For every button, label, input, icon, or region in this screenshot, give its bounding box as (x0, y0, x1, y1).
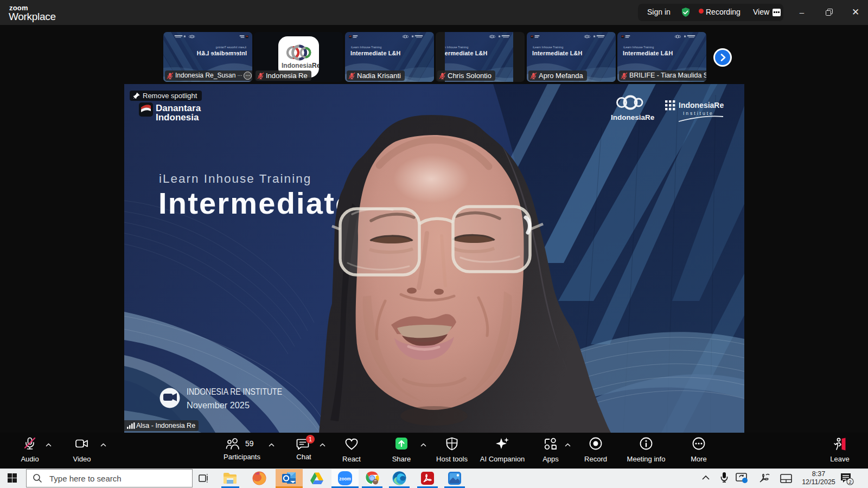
svg-text:2: 2 (848, 479, 851, 485)
svg-text:zoom: zoom (339, 477, 350, 481)
svg-text:iLearn Inhouse Training: iLearn Inhouse Training (159, 172, 311, 185)
svg-text:November 2025: November 2025 (187, 400, 250, 410)
svg-text:Indonesia: Indonesia (156, 112, 199, 123)
svg-text:INDONESIA RE INSTITUTE: INDONESIA RE INSTITUTE (187, 387, 282, 397)
svg-text:IndonesiaRe: IndonesiaRe (679, 101, 724, 110)
svg-text:Institute: Institute (683, 111, 714, 116)
svg-text:IndonesiaRe: IndonesiaRe (282, 62, 319, 69)
svg-text:IndonesiaRe: IndonesiaRe (611, 113, 655, 121)
